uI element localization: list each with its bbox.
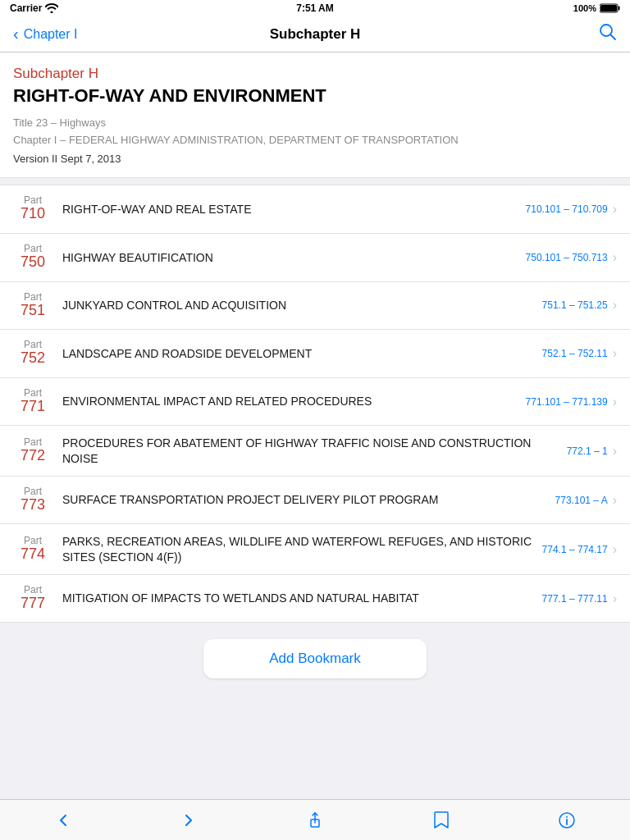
forward-tab-button[interactable] bbox=[126, 800, 253, 840]
part-number: 710 bbox=[21, 205, 45, 223]
list-item[interactable]: Part 774 PARKS, RECREATION AREAS, WILDLI… bbox=[0, 524, 630, 574]
item-title: LANDSCAPE AND ROADSIDE DEVELOPMENT bbox=[62, 346, 542, 361]
item-title: RIGHT-OF-WAY AND REAL ESTATE bbox=[62, 202, 526, 217]
item-range: 777.1 – 777.11 bbox=[542, 593, 608, 605]
part-number: 771 bbox=[21, 398, 45, 416]
item-title: ENVIRONMENTAL IMPACT AND RELATED PROCEDU… bbox=[62, 394, 526, 409]
item-title: PROCEDURES FOR ABATEMENT OF HIGHWAY TRAF… bbox=[62, 436, 567, 465]
item-range: 751.1 – 751.25 bbox=[542, 299, 608, 311]
item-range: 774.1 – 774.17 bbox=[542, 544, 608, 555]
back-chevron-icon: ‹ bbox=[13, 25, 19, 43]
item-content: MITIGATION OF IMPACTS TO WETLANDS AND NA… bbox=[62, 591, 542, 605]
share-tab-button[interactable] bbox=[252, 800, 378, 840]
list-item[interactable]: Part 771 ENVIRONMENTAL IMPACT AND RELATE… bbox=[0, 378, 630, 427]
part-text: Part bbox=[24, 292, 42, 302]
item-range: 752.1 – 752.11 bbox=[542, 348, 608, 359]
back-button[interactable]: ‹ Chapter I bbox=[13, 25, 77, 43]
header-section: Subchapter H RIGHT-OF-WAY AND ENVIRONMEN… bbox=[0, 52, 630, 178]
part-text: Part bbox=[24, 388, 42, 398]
item-content: PARKS, RECREATION AREAS, WILDLIFE AND WA… bbox=[62, 534, 542, 564]
item-range: 771.101 – 771.139 bbox=[526, 396, 608, 408]
list-item[interactable]: Part 772 PROCEDURES FOR ABATEMENT OF HIG… bbox=[0, 426, 630, 476]
part-number: 751 bbox=[21, 302, 45, 320]
chevron-right-icon: › bbox=[613, 202, 617, 217]
tab-bar bbox=[0, 799, 630, 840]
status-bar-right: 100% bbox=[573, 3, 620, 13]
item-right: 750.101 – 750.713 › bbox=[526, 250, 617, 265]
nav-title: Subchapter H bbox=[270, 26, 361, 43]
list-item[interactable]: Part 777 MITIGATION OF IMPACTS TO WETLAN… bbox=[0, 575, 630, 623]
item-content: HIGHWAY BEAUTIFICATION bbox=[62, 250, 526, 265]
item-right: 752.1 – 752.11 › bbox=[542, 346, 617, 361]
status-bar-left: Carrier bbox=[10, 2, 58, 14]
list-item[interactable]: Part 750 HIGHWAY BEAUTIFICATION 750.101 … bbox=[0, 234, 630, 282]
part-number: 773 bbox=[21, 496, 45, 514]
part-text: Part bbox=[24, 340, 42, 349]
chevron-right-icon: › bbox=[613, 542, 617, 557]
carrier-label: Carrier bbox=[10, 2, 42, 14]
part-number: 750 bbox=[21, 253, 45, 272]
item-content: ENVIRONMENTAL IMPACT AND RELATED PROCEDU… bbox=[62, 394, 526, 409]
svg-rect-1 bbox=[619, 7, 620, 11]
item-right: 773.101 – A › bbox=[555, 493, 617, 508]
chevron-right-icon: › bbox=[613, 591, 617, 606]
item-content: RIGHT-OF-WAY AND REAL ESTATE bbox=[62, 202, 526, 217]
part-label: Part 777 bbox=[13, 585, 52, 613]
wifi-icon bbox=[45, 3, 58, 13]
item-right: 710.101 – 710.709 › bbox=[526, 202, 617, 217]
item-range: 710.101 – 710.709 bbox=[526, 203, 608, 215]
item-content: JUNKYARD CONTROL AND ACQUISITION bbox=[62, 298, 542, 313]
list-item[interactable]: Part 751 JUNKYARD CONTROL AND ACQUISITIO… bbox=[0, 282, 630, 331]
part-label: Part 752 bbox=[13, 340, 52, 368]
item-right: 751.1 – 751.25 › bbox=[542, 298, 617, 313]
part-text: Part bbox=[24, 437, 42, 447]
back-tab-button[interactable] bbox=[0, 800, 126, 840]
chevron-right-icon: › bbox=[613, 250, 617, 265]
back-label: Chapter I bbox=[24, 27, 78, 42]
battery-icon bbox=[600, 3, 620, 13]
svg-rect-2 bbox=[600, 5, 617, 11]
chevron-right-icon: › bbox=[613, 493, 617, 508]
bookmark-area: Add Bookmark bbox=[0, 623, 630, 695]
chevron-right-icon: › bbox=[613, 444, 617, 459]
search-button[interactable] bbox=[599, 23, 617, 45]
part-text: Part bbox=[24, 536, 42, 546]
item-right: 777.1 – 777.11 › bbox=[542, 591, 617, 606]
list-item[interactable]: Part 773 SURFACE TRANSPORTATION PROJECT … bbox=[0, 477, 630, 525]
status-bar-time: 7:51 AM bbox=[296, 2, 334, 14]
part-text: Part bbox=[24, 244, 42, 253]
item-right: 772.1 – 1 › bbox=[567, 444, 617, 459]
part-label: Part 774 bbox=[13, 536, 52, 564]
part-label: Part 751 bbox=[13, 292, 52, 320]
version-info: Version II Sept 7, 2013 bbox=[13, 151, 617, 168]
bookmark-tab-button[interactable] bbox=[378, 800, 504, 840]
item-content: PROCEDURES FOR ABATEMENT OF HIGHWAY TRAF… bbox=[62, 436, 567, 465]
info-icon bbox=[558, 811, 576, 829]
search-icon bbox=[599, 23, 617, 41]
item-title: JUNKYARD CONTROL AND ACQUISITION bbox=[62, 298, 542, 313]
part-label: Part 771 bbox=[13, 388, 52, 416]
part-number: 774 bbox=[21, 546, 45, 564]
battery-label: 100% bbox=[573, 3, 596, 13]
item-range: 773.101 – A bbox=[555, 495, 608, 506]
part-label: Part 772 bbox=[13, 437, 52, 465]
part-number: 752 bbox=[21, 349, 45, 368]
add-bookmark-button[interactable]: Add Bookmark bbox=[203, 639, 427, 678]
list-item[interactable]: Part 752 LANDSCAPE AND ROADSIDE DEVELOPM… bbox=[0, 330, 630, 378]
item-title: PARKS, RECREATION AREAS, WILDLIFE AND WA… bbox=[62, 534, 542, 564]
chevron-right-icon: › bbox=[613, 346, 617, 361]
part-text: Part bbox=[24, 195, 42, 205]
item-range: 750.101 – 750.713 bbox=[526, 252, 608, 263]
item-content: SURFACE TRANSPORTATION PROJECT DELIVERY … bbox=[62, 492, 555, 507]
meta-info: Title 23 – Highways Chapter I – FEDERAL … bbox=[13, 115, 617, 167]
item-title: SURFACE TRANSPORTATION PROJECT DELIVERY … bbox=[62, 492, 555, 507]
item-content: LANDSCAPE AND ROADSIDE DEVELOPMENT bbox=[62, 346, 542, 361]
part-label: Part 750 bbox=[13, 244, 52, 272]
share-icon bbox=[306, 811, 324, 829]
list-item[interactable]: Part 710 RIGHT-OF-WAY AND REAL ESTATE 71… bbox=[0, 185, 630, 234]
title-line2: Chapter I – FEDERAL HIGHWAY ADMINISTRATI… bbox=[13, 132, 617, 149]
title-line1: Title 23 – Highways bbox=[13, 115, 617, 132]
status-bar: Carrier 7:51 AM 100% bbox=[0, 0, 630, 16]
forward-tab-icon bbox=[180, 812, 197, 829]
info-tab-button[interactable] bbox=[504, 800, 630, 840]
